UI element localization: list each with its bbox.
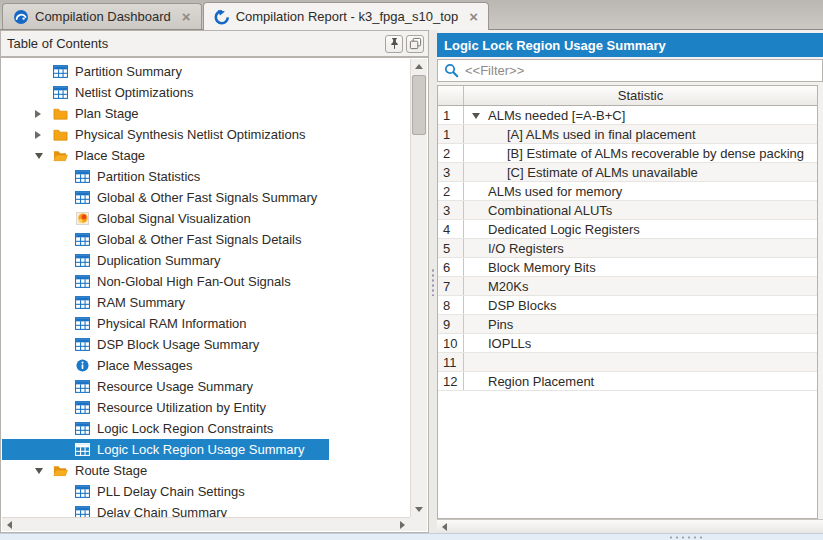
tree-item-label: Non-Global High Fan-Out Signals bbox=[97, 274, 291, 289]
panel-splitter[interactable] bbox=[429, 30, 437, 533]
toc-tree-item[interactable]: Plan Stage bbox=[2, 103, 329, 124]
statistic-cell[interactable]: ALMs used for memory bbox=[464, 182, 817, 200]
statistic-cell[interactable]: IOPLLs bbox=[464, 334, 817, 352]
restore-icon bbox=[409, 37, 422, 50]
table-row[interactable]: 2 ALMs used for memory bbox=[438, 182, 817, 201]
expander-icon[interactable] bbox=[35, 153, 53, 159]
toc-tree-item[interactable]: Logic Lock Region Usage Summary bbox=[2, 439, 329, 460]
pin-button[interactable] bbox=[385, 35, 403, 53]
statistic-cell[interactable]: Region Placement bbox=[464, 372, 817, 390]
float-button[interactable] bbox=[406, 35, 424, 53]
statistic-cell[interactable]: ALMs needed [=A-B+C] bbox=[464, 106, 817, 124]
toc-tree-item[interactable]: Physical Synthesis Netlist Optimizations bbox=[2, 124, 329, 145]
toc-tree-item[interactable]: Physical RAM Information bbox=[2, 313, 329, 334]
tree-item-label: Physical RAM Information bbox=[97, 316, 247, 331]
table-row[interactable]: 6 Block Memory Bits bbox=[438, 258, 817, 277]
toc-tree-item[interactable]: Partition Statistics bbox=[2, 166, 329, 187]
toc-tree-item[interactable]: Global & Other Fast Signals Details bbox=[2, 229, 329, 250]
splitter-grip-dots[interactable] bbox=[668, 536, 706, 539]
close-icon[interactable]: × bbox=[469, 9, 478, 24]
statistic-cell[interactable]: [C] Estimate of ALMs unavailable bbox=[464, 163, 817, 181]
toc-vertical-scrollbar[interactable] bbox=[410, 59, 427, 517]
table-row[interactable]: 5 I/O Registers bbox=[438, 239, 817, 258]
statistic-cell[interactable]: Dedicated Logic Registers bbox=[464, 220, 817, 238]
tree-item-label: RAM Summary bbox=[97, 295, 185, 310]
toc-tree-item[interactable]: Netlist Optimizations bbox=[2, 82, 329, 103]
scroll-up-button[interactable] bbox=[411, 59, 427, 74]
tree-item-label: Resource Utilization by Entity bbox=[97, 400, 266, 415]
table-row[interactable]: 1 [A] ALMs used in final placement bbox=[438, 125, 817, 144]
folder-closed-icon bbox=[53, 128, 68, 141]
search-icon bbox=[444, 63, 459, 78]
table-row[interactable]: 12 Region Placement bbox=[438, 372, 817, 391]
statistic-label: ALMs used for memory bbox=[488, 184, 622, 199]
scrollbar-thumb[interactable] bbox=[412, 75, 426, 135]
statistic-cell[interactable]: Block Memory Bits bbox=[464, 258, 817, 276]
statistic-cell[interactable] bbox=[464, 353, 817, 371]
toc-tree-item[interactable]: Resource Utilization by Entity bbox=[2, 397, 329, 418]
toc-tree-item[interactable]: DSP Block Usage Summary bbox=[2, 334, 329, 355]
statistic-cell[interactable]: M20Ks bbox=[464, 277, 817, 295]
bottom-splitter-strip[interactable] bbox=[0, 533, 823, 540]
toc-tree-item[interactable]: Route Stage bbox=[2, 460, 329, 481]
table-row[interactable]: 10 IOPLLs bbox=[438, 334, 817, 353]
report-title-bar: Logic Lock Region Usage Summary bbox=[437, 33, 823, 57]
table-row[interactable]: 3 Combinational ALUTs bbox=[438, 201, 817, 220]
statistic-label: Block Memory Bits bbox=[488, 260, 596, 275]
scrollbar-corner bbox=[410, 517, 427, 531]
toc-tree-item[interactable]: PLL Delay Chain Settings bbox=[2, 481, 329, 502]
statistic-cell[interactable]: Pins bbox=[464, 315, 817, 333]
toc-tree-item[interactable]: Place Stage bbox=[2, 145, 329, 166]
toc-tree-item[interactable]: Delay Chain Summary bbox=[2, 502, 329, 517]
scroll-right-button[interactable] bbox=[395, 518, 410, 531]
close-icon[interactable]: × bbox=[182, 9, 191, 24]
statistic-cell[interactable]: [A] ALMs used in final placement bbox=[464, 125, 817, 143]
toc-tree-item[interactable]: Non-Global High Fan-Out Signals bbox=[2, 271, 329, 292]
statistic-cell[interactable]: [B] Estimate of ALMs recoverable by dens… bbox=[464, 144, 817, 162]
table-row[interactable]: 2 [B] Estimate of ALMs recoverable by de… bbox=[438, 144, 817, 163]
tab-compilation-dashboard[interactable]: Compilation Dashboard × bbox=[2, 3, 202, 29]
statistic-label: DSP Blocks bbox=[488, 298, 556, 313]
quartus-compilation-report-window: Compilation Dashboard × Compilation Repo… bbox=[0, 0, 823, 540]
expander-icon[interactable] bbox=[35, 110, 53, 118]
scroll-left-button[interactable] bbox=[2, 518, 17, 531]
statistic-label: [C] Estimate of ALMs unavailable bbox=[507, 165, 698, 180]
table-row[interactable]: 9 Pins bbox=[438, 315, 817, 334]
expander-icon[interactable] bbox=[35, 468, 53, 474]
table-icon bbox=[75, 443, 90, 456]
filter-bar bbox=[437, 59, 823, 82]
expander-icon[interactable] bbox=[35, 131, 53, 139]
table-row[interactable]: 3 [C] Estimate of ALMs unavailable bbox=[438, 163, 817, 182]
column-header-statistic[interactable]: Statistic bbox=[464, 86, 817, 105]
statistic-cell[interactable]: Combinational ALUTs bbox=[464, 201, 817, 219]
toc-tree-item[interactable]: Partition Summary bbox=[2, 61, 329, 82]
report-horizontal-scrollbar[interactable] bbox=[437, 519, 823, 533]
toc-tree-item[interactable]: Global Signal Visualization bbox=[2, 208, 329, 229]
toc-tree-item[interactable]: Place Messages bbox=[2, 355, 329, 376]
toc-tree-item[interactable]: RAM Summary bbox=[2, 292, 329, 313]
table-row[interactable]: 7 M20Ks bbox=[438, 277, 817, 296]
tab-compilation-report[interactable]: Compilation Report - k3_fpga_s10_top × bbox=[203, 2, 489, 30]
table-row[interactable]: 8 DSP Blocks bbox=[438, 296, 817, 315]
scroll-left-button[interactable] bbox=[437, 520, 452, 533]
toc-tree-item[interactable]: Duplication Summary bbox=[2, 250, 329, 271]
toc-tree-item[interactable]: Logic Lock Region Constraints bbox=[2, 418, 329, 439]
tree-item-label: Partition Summary bbox=[75, 64, 182, 79]
toc-tree-item[interactable]: Resource Usage Summary bbox=[2, 376, 329, 397]
table-icon bbox=[75, 401, 90, 414]
row-number-cell: 1 bbox=[438, 125, 464, 143]
toc-tree-item[interactable]: Global & Other Fast Signals Summary bbox=[2, 187, 329, 208]
filter-input[interactable] bbox=[465, 63, 822, 78]
table-row[interactable]: 11 bbox=[438, 353, 817, 372]
table-header-row: Statistic bbox=[438, 86, 817, 106]
toc-horizontal-scrollbar[interactable] bbox=[2, 517, 410, 531]
statistic-label: Pins bbox=[488, 317, 513, 332]
scroll-down-button[interactable] bbox=[411, 502, 427, 517]
folder-open-icon bbox=[53, 149, 68, 162]
statistic-cell[interactable]: DSP Blocks bbox=[464, 296, 817, 314]
table-row[interactable]: 1 ALMs needed [=A-B+C] bbox=[438, 106, 817, 125]
tree-item-label: Duplication Summary bbox=[97, 253, 221, 268]
statistic-cell[interactable]: I/O Registers bbox=[464, 239, 817, 257]
table-icon bbox=[53, 65, 68, 78]
table-row[interactable]: 4 Dedicated Logic Registers bbox=[438, 220, 817, 239]
